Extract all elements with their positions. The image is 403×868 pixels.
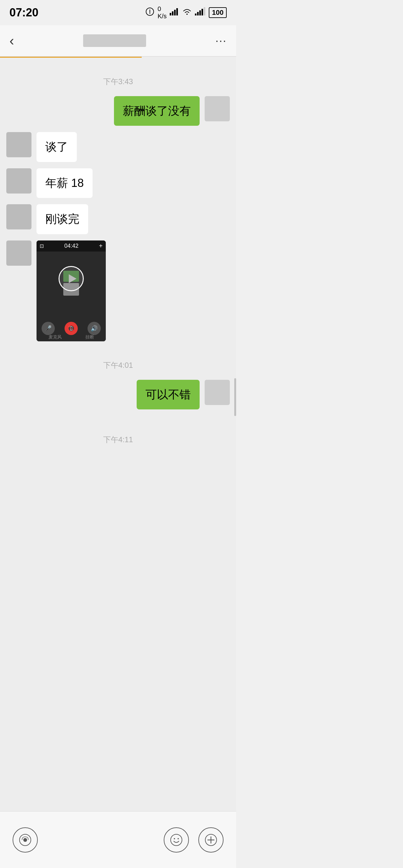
avatar-left-3	[6, 204, 32, 229]
avatar-left-1	[6, 132, 32, 157]
nav-title-placeholder	[83, 34, 146, 47]
status-time: 07:20	[9, 6, 38, 19]
end-call-button[interactable]: 📵	[65, 322, 78, 335]
speaker-button[interactable]: 🔊	[88, 322, 101, 335]
add-button[interactable]	[198, 827, 224, 852]
chat-area: 下午3:43 薪酬谈了没有 谈了 年薪 18 刚谈完 ⊡ 04:42 +	[0, 58, 236, 814]
svg-rect-6	[197, 12, 199, 16]
message-row: 谈了	[6, 132, 230, 162]
avatar-left-4	[6, 241, 32, 266]
svg-rect-3	[174, 10, 176, 16]
nav-bar: ‹ ···	[0, 25, 236, 57]
message-row: 薪酬谈了没有	[6, 96, 230, 126]
bubble-left-3: 刚谈完	[36, 204, 88, 234]
svg-point-14	[177, 838, 179, 839]
video-top-bar: ⊡ 04:42 +	[36, 241, 106, 251]
message-row: 年薪 18	[6, 168, 230, 198]
avatar-right-2	[205, 380, 230, 405]
nav-title-area	[14, 34, 215, 47]
bubble-left-1: 谈了	[36, 132, 77, 162]
more-button[interactable]: ···	[215, 34, 227, 47]
svg-point-12	[171, 834, 182, 846]
video-play-circle	[59, 266, 84, 291]
message-row: ⊡ 04:42 + 🎤 📵 🔊 麦克	[6, 241, 230, 341]
network-speed-label: 0K/s	[158, 5, 167, 20]
svg-point-13	[174, 838, 175, 839]
cell-signal-icon	[195, 7, 206, 18]
status-bar: 07:20 0K/s	[0, 0, 236, 25]
video-duration: 04:42	[64, 243, 78, 249]
status-icons: 0K/s 100	[145, 5, 227, 20]
bubble-right-1: 薪酬谈了没有	[114, 96, 200, 126]
timestamp-2: 下午4:01	[6, 360, 230, 370]
bubble-right-2: 可以不错	[137, 380, 200, 409]
video-small-icon: ⊡	[40, 243, 44, 249]
svg-rect-1	[170, 13, 171, 16]
battery-icon: 100	[209, 7, 227, 18]
svg-point-11	[23, 838, 27, 842]
svg-rect-8	[201, 9, 203, 16]
svg-rect-4	[176, 8, 178, 16]
avatar-right-1	[205, 96, 230, 121]
video-labels: 麦克风 挂断	[36, 334, 106, 340]
emoji-button[interactable]	[164, 827, 189, 852]
scrollbar[interactable]	[234, 378, 236, 416]
timestamp-1: 下午3:43	[6, 76, 230, 87]
signal-icon	[170, 7, 179, 18]
bottom-toolbar	[0, 811, 236, 868]
svg-rect-2	[172, 11, 173, 16]
toolbar-right-icons	[164, 827, 224, 852]
message-row: 可以不错	[6, 380, 230, 409]
back-button[interactable]: ‹	[9, 33, 14, 49]
svg-rect-5	[195, 13, 197, 16]
bubble-left-2: 年薪 18	[36, 168, 93, 198]
message-row: 刚谈完	[6, 204, 230, 234]
svg-rect-7	[199, 10, 201, 16]
wifi-icon	[182, 7, 192, 18]
network-speed-icon	[145, 7, 154, 18]
svg-rect-9	[204, 7, 205, 16]
voice-button[interactable]	[12, 827, 38, 852]
timestamp-3: 下午4:11	[6, 435, 230, 445]
video-message[interactable]: ⊡ 04:42 + 🎤 📵 🔊 麦克	[36, 241, 106, 341]
play-icon	[67, 273, 78, 284]
mic-button[interactable]: 🎤	[41, 322, 55, 335]
avatar-left-2	[6, 168, 32, 193]
video-add-icon: +	[99, 242, 103, 250]
